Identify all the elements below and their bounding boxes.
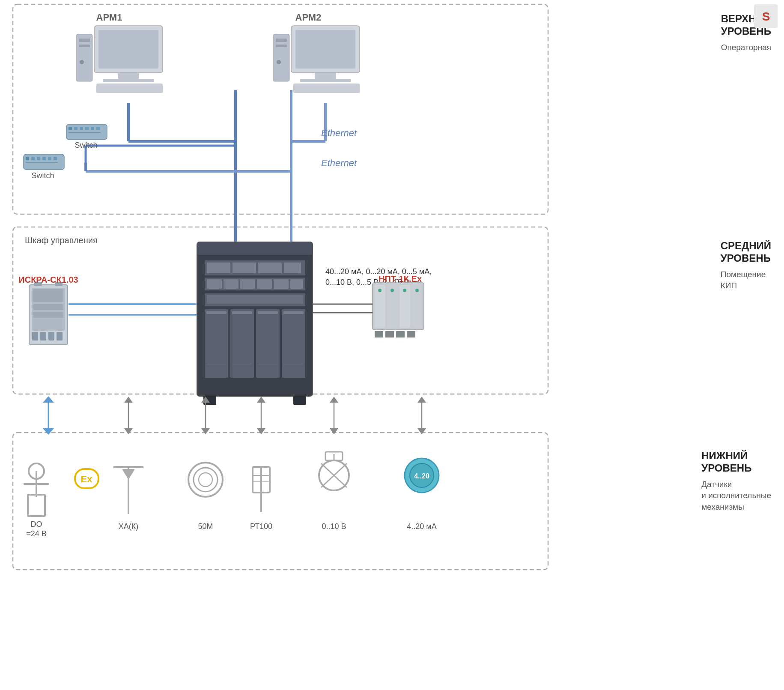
bot-level-label: НИЖНИЙУРОВЕНЬ Датчикии исполнительныемех…	[701, 450, 771, 513]
svg-text:0..10 В: 0..10 В	[322, 522, 346, 531]
svg-rect-64	[257, 279, 272, 289]
svg-rect-1	[13, 227, 548, 394]
svg-rect-63	[240, 279, 255, 289]
svg-rect-53	[197, 242, 313, 396]
svg-rect-38	[91, 127, 94, 130]
svg-rect-82	[293, 396, 306, 405]
svg-rect-39	[96, 127, 100, 130]
svg-marker-129	[330, 428, 338, 434]
svg-rect-25	[315, 73, 336, 79]
svg-marker-132	[417, 428, 426, 434]
svg-point-147	[194, 468, 218, 492]
svg-text:S: S	[762, 10, 770, 23]
svg-marker-118	[43, 396, 54, 403]
svg-text:НПТ-1К.Ex: НПТ-1К.Ex	[379, 274, 422, 284]
svg-text:АРМ1: АРМ1	[96, 12, 122, 23]
svg-text:ИСКРА-СК1.03: ИСКРА-СК1.03	[18, 275, 78, 284]
svg-rect-28	[273, 34, 289, 81]
logo-area: S	[754, 4, 780, 30]
svg-text:ХА(К): ХА(К)	[119, 522, 139, 531]
svg-rect-43	[26, 157, 29, 160]
svg-rect-55	[205, 260, 305, 275]
svg-rect-60	[205, 278, 305, 290]
svg-rect-47	[48, 157, 51, 160]
svg-rect-73	[206, 311, 227, 314]
svg-rect-37	[85, 127, 89, 130]
svg-marker-124	[201, 397, 210, 403]
svg-rect-16	[103, 79, 154, 82]
connections-svg: АРМ1 АРМ2 Switch	[0, 0, 561, 578]
svg-point-136	[29, 463, 44, 479]
svg-text:Switch: Switch	[31, 171, 54, 180]
svg-rect-81	[203, 396, 216, 405]
svg-rect-2	[13, 433, 548, 570]
svg-rect-68	[207, 295, 303, 304]
svg-rect-42	[24, 154, 64, 170]
svg-rect-0	[13, 4, 548, 214]
svg-rect-70	[230, 309, 254, 378]
svg-rect-93	[48, 332, 54, 341]
svg-text:4..20: 4..20	[414, 472, 429, 480]
bot-level-subtitle: Датчикии исполнительныемеханизмы	[701, 479, 771, 513]
svg-text:РТ100: РТ100	[250, 522, 272, 531]
svg-rect-110	[385, 331, 394, 338]
svg-point-108	[415, 289, 419, 292]
svg-rect-74	[232, 311, 252, 314]
svg-rect-44	[31, 157, 35, 160]
svg-rect-104	[412, 285, 422, 328]
svg-rect-75	[258, 311, 278, 314]
svg-rect-151	[253, 467, 270, 493]
svg-text:4..20 мА: 4..20 мА	[407, 522, 436, 531]
svg-rect-15	[118, 73, 139, 79]
svg-rect-33	[66, 124, 107, 140]
right-labels: ВЕРХНИЙУРОВЕНЬ Операторная СРЕДНИЙУРОВЕН…	[673, 0, 784, 690]
svg-rect-102	[387, 285, 398, 328]
svg-point-107	[403, 289, 406, 292]
bot-level-title: НИЖНИЙУРОВЕНЬ	[701, 450, 771, 475]
svg-rect-45	[37, 157, 40, 160]
svg-rect-159	[325, 452, 343, 460]
svg-rect-57	[233, 263, 256, 273]
main-container: АРМ1 АРМ2 Switch	[0, 0, 784, 690]
svg-rect-89	[33, 304, 63, 310]
svg-marker-133	[417, 397, 426, 403]
svg-rect-35	[74, 127, 78, 130]
svg-point-21	[80, 60, 84, 64]
svg-rect-96	[55, 282, 63, 286]
svg-point-105	[378, 289, 382, 292]
svg-rect-36	[80, 127, 83, 130]
svg-point-161	[405, 458, 439, 493]
svg-rect-30	[276, 45, 287, 47]
svg-rect-87	[32, 288, 65, 331]
svg-rect-90	[33, 312, 63, 318]
svg-marker-144	[122, 469, 135, 480]
svg-rect-24	[295, 30, 355, 69]
svg-rect-100	[373, 283, 424, 330]
svg-rect-86	[29, 285, 68, 345]
svg-rect-56	[207, 263, 230, 273]
svg-rect-58	[258, 263, 282, 273]
svg-rect-69	[205, 309, 228, 378]
svg-line-156	[321, 463, 347, 487]
svg-rect-14	[98, 30, 158, 69]
svg-rect-111	[396, 331, 405, 338]
svg-marker-121	[124, 397, 133, 403]
svg-point-148	[199, 473, 212, 487]
svg-rect-66	[290, 279, 303, 289]
svg-marker-130	[330, 397, 338, 403]
svg-marker-126	[257, 428, 265, 434]
svg-rect-112	[407, 331, 415, 338]
svg-text:Ethernet: Ethernet	[321, 158, 357, 168]
svg-text:Ex: Ex	[81, 474, 93, 484]
diagram-area: АРМ1 АРМ2 Switch	[0, 0, 784, 690]
mid-level-title: СРЕДНИЙУРОВЕНЬ	[721, 240, 771, 265]
svg-rect-13	[94, 26, 163, 73]
svg-rect-18	[76, 34, 92, 81]
mid-level-subtitle: ПомещениеКИП	[721, 269, 771, 292]
svg-rect-88	[33, 289, 63, 302]
svg-rect-137	[28, 495, 45, 516]
top-level-subtitle: Операторная	[721, 42, 771, 54]
svg-rect-94	[57, 332, 63, 341]
svg-text:0...10 В, 0...5 В, 2...10 В: 0...10 В, 0...5 В, 2...10 В	[325, 278, 409, 287]
svg-rect-62	[224, 279, 238, 289]
